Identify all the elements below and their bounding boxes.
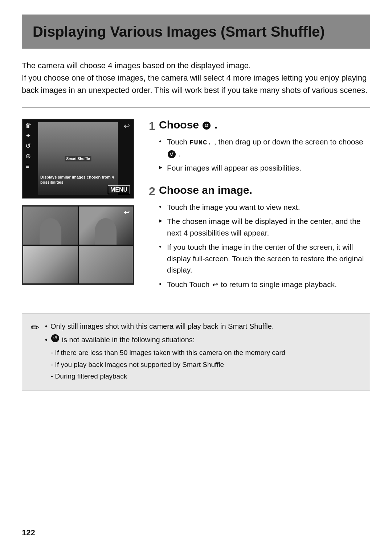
section-divider [22, 107, 370, 108]
page-number: 122 [22, 528, 35, 537]
step2-number: 2 [149, 185, 155, 198]
step1-touch-pre: Touch [167, 138, 187, 146]
note-item-2: is not available in the following situat… [45, 334, 285, 345]
step2-bullet-1: Touch the image you want to view next. [159, 201, 370, 213]
screen1-sublabel: Displays similar images chosen from 4 po… [40, 175, 114, 184]
screen1-menu-btn: MENU [108, 185, 130, 194]
step1-number: 1 [149, 119, 155, 133]
step1-bullet-list: Touch FUNC. , then drag up or down the s… [159, 136, 370, 174]
title-header: Displaying Various Images (Smart Shuffle… [22, 15, 370, 49]
page-container: Displaying Various Images (Smart Shuffle… [0, 0, 392, 427]
icon-lines: ≡ [25, 163, 32, 169]
thumb-grid [23, 206, 134, 284]
note-pencil-icon: ✏ [31, 322, 39, 334]
screen2-mockup: ↩ [22, 205, 134, 285]
screenshots-column: 🗑 ✦ ↺ ⊕ ≡ Smart Shuffle Displays similar… [22, 119, 134, 300]
thumb-4 [79, 246, 133, 284]
step-2: 2 Choose an image. Touch the image you w… [149, 184, 370, 290]
intro-line2: If you choose one of those images, the c… [22, 73, 367, 95]
sub-item-3: During filtered playback [51, 371, 285, 382]
step1-bullet-2: Four images will appear as possibilities… [159, 162, 370, 174]
screen1-photo-area: Smart Shuffle Displays similar images ch… [37, 119, 119, 198]
step-1: 1 Choose . Touch FUNC. , then drag up or… [149, 119, 370, 174]
step2-bullet-2: The chosen image will be displayed in th… [159, 216, 370, 238]
sub-item-1: If there are less than 50 images taken w… [51, 348, 285, 358]
step2-bullet-4: Touch Touch ↩ to return to single image … [159, 279, 370, 290]
note-item-2-text: is not available in the following situat… [62, 334, 195, 345]
thumb-person-1 [40, 218, 61, 245]
step1-touch-post: , then drag up or down the screen to cho… [214, 138, 363, 146]
step1-bullet-1: Touch FUNC. , then drag up or down the s… [159, 136, 370, 159]
step1-title-pre: Choose [159, 119, 199, 131]
screen1-back-btn: ↩ [124, 122, 130, 130]
step2-bullet-3: If you touch the image in the center of … [159, 241, 370, 276]
icon-grid: ⊕ [25, 153, 32, 159]
notes-content: Only still images shot with this camera … [45, 321, 285, 383]
step2-touch-pre: Touch [167, 280, 187, 289]
step2-bullet-list: Touch the image you want to view next. T… [159, 201, 370, 290]
thumb-person-2 [95, 218, 117, 245]
step1-title-suffix: . [215, 119, 217, 131]
screen1-mockup: 🗑 ✦ ↺ ⊕ ≡ Smart Shuffle Displays similar… [22, 119, 134, 199]
thumb-3 [23, 246, 78, 284]
icon-trash: 🗑 [25, 122, 32, 129]
intro-text: The camera will choose 4 images based on… [22, 60, 370, 97]
step2-touch-post: to return to single image playback. [221, 280, 337, 289]
screen2-back-btn: ↩ [124, 208, 130, 217]
intro-line1: The camera will choose 4 images based on… [22, 61, 251, 70]
notes-sub-list: If there are less than 50 images taken w… [51, 348, 285, 382]
step1-body: Touch FUNC. , then drag up or down the s… [159, 136, 370, 174]
step2-body: Touch the image you want to view next. T… [159, 201, 370, 290]
page-title: Displaying Various Images (Smart Shuffle… [33, 23, 359, 41]
step1-inline-shuffle-icon [168, 150, 176, 158]
note-item-1-text: Only still images shot with this camera … [50, 321, 274, 332]
icon-shuffle-active: ↺ [25, 143, 32, 149]
step2-back-icon: ↩ [212, 280, 218, 290]
thumb-1 [23, 207, 78, 245]
step1-shuffle-icon [203, 122, 211, 130]
photo-overlay-text: Displays similar images chosen from 4 po… [40, 175, 118, 185]
sub-item-2: If you play back images not supported by… [51, 360, 285, 370]
instructions-column: 1 Choose . Touch FUNC. , then drag up or… [149, 119, 370, 300]
step1-func-text: FUNC. [189, 139, 212, 147]
screen1-icons: 🗑 ✦ ↺ ⊕ ≡ [25, 122, 32, 169]
note-shuffle-icon [51, 334, 59, 342]
step2-title: Choose an image. [159, 184, 370, 196]
main-content: 🗑 ✦ ↺ ⊕ ≡ Smart Shuffle Displays similar… [22, 119, 370, 300]
note-item-1: Only still images shot with this camera … [45, 321, 285, 332]
smart-shuffle-label: Smart Shuffle [65, 156, 91, 161]
step1-title: Choose . [159, 119, 370, 131]
notes-box: ✏ Only still images shot with this camer… [22, 313, 370, 391]
screen1-photo: Smart Shuffle Displays similar images ch… [38, 122, 118, 195]
step1-period: . [179, 150, 181, 158]
icon-star: ✦ [25, 132, 32, 139]
